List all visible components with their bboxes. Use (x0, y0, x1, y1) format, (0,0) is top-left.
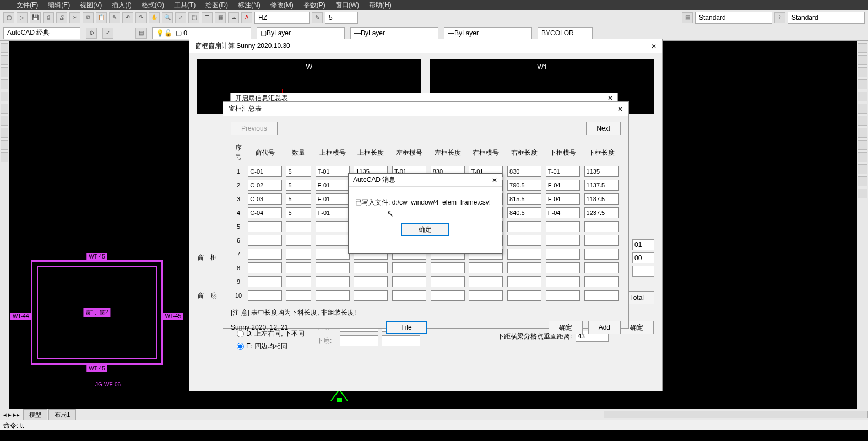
table-cell-input[interactable] (248, 262, 282, 273)
table-cell-input[interactable] (316, 235, 350, 246)
scale-icon[interactable] (858, 79, 867, 89)
bycolor-combo[interactable]: BYCOLOR (538, 27, 593, 39)
add-button[interactable]: Add (588, 321, 621, 334)
new-icon[interactable]: ▢ (3, 12, 14, 23)
table-cell-input[interactable] (546, 262, 580, 273)
message-ok-button[interactable]: 确定 (401, 223, 449, 236)
table-cell-input[interactable] (392, 276, 426, 287)
table-cell-input[interactable] (584, 180, 619, 191)
table-cell-input[interactable] (316, 249, 350, 260)
table-cell-input[interactable] (354, 262, 388, 273)
table-cell-input[interactable] (286, 290, 311, 301)
table-cell-input[interactable] (546, 290, 580, 301)
menu-window[interactable]: 窗口(W) (335, 1, 359, 10)
table-cell-input[interactable] (286, 249, 311, 260)
table-cell-input[interactable] (316, 207, 350, 218)
partial-input3[interactable] (632, 266, 654, 277)
table-cell-input[interactable] (316, 193, 350, 205)
table-cell-input[interactable] (431, 290, 465, 301)
table-cell-input[interactable] (507, 249, 541, 260)
table-cell-input[interactable] (507, 180, 541, 191)
polyline-icon[interactable] (1, 55, 8, 65)
table-cell-input[interactable] (248, 207, 282, 218)
array-icon[interactable] (858, 152, 867, 162)
menu-format[interactable]: 格式(O) (142, 1, 164, 10)
table-cell-input[interactable] (507, 262, 541, 273)
mtext-icon[interactable] (1, 152, 8, 162)
table-cell-input[interactable] (248, 276, 282, 287)
fan-radio-e[interactable]: E: 四边均相同 (237, 342, 305, 351)
table-cell-input[interactable] (507, 207, 541, 218)
table-cell-input[interactable] (431, 276, 465, 287)
menu-view[interactable]: 视图(V) (80, 1, 102, 10)
plot-icon[interactable]: 🖨 (56, 12, 67, 23)
table-cell-input[interactable] (507, 276, 541, 287)
pan-icon[interactable]: ✋ (149, 12, 160, 23)
dimstyle-icon[interactable]: ⟟ (774, 12, 785, 23)
menu-file[interactable]: 文件(F) (17, 1, 38, 10)
table-cell-input[interactable] (546, 276, 580, 287)
close-icon[interactable]: ✕ (617, 105, 623, 113)
table-cell-input[interactable] (507, 290, 541, 301)
tab-model[interactable]: 模型 (23, 409, 47, 421)
table-cell-input[interactable] (546, 221, 580, 232)
table-cell-input[interactable] (584, 249, 619, 260)
table-cell-input[interactable] (546, 193, 580, 205)
table-cell-input[interactable] (286, 276, 311, 287)
sheet-icon[interactable]: ▦ (215, 12, 226, 23)
table-cell-input[interactable] (584, 193, 619, 205)
table-cell-input[interactable] (248, 166, 282, 177)
tab-layout1[interactable]: 布局1 (48, 409, 76, 421)
table-cell-input[interactable] (316, 276, 350, 287)
color-combo[interactable]: ▢ ByLayer (257, 27, 345, 39)
copy-icon[interactable]: ⧉ (83, 12, 94, 23)
table-cell-input[interactable] (286, 180, 311, 191)
rectangle-icon[interactable] (1, 92, 8, 101)
hatch-icon[interactable] (1, 128, 8, 138)
gear-icon[interactable]: ⚙ (86, 28, 97, 39)
table-cell-input[interactable] (286, 166, 311, 177)
ellipse-icon[interactable] (1, 116, 8, 126)
linetype-combo[interactable]: — ByLayer (350, 27, 438, 39)
menu-dimension[interactable]: 标注(N) (238, 1, 261, 10)
table-cell-input[interactable] (392, 290, 426, 301)
table-cell-input[interactable] (584, 276, 619, 287)
previous-button[interactable]: Previous (231, 122, 278, 135)
table-cell-input[interactable] (316, 290, 350, 301)
file-button[interactable]: File (386, 321, 427, 334)
layer-combo[interactable]: 💡 🔓 ▢ 0 (152, 27, 251, 39)
table-cell-input[interactable] (316, 180, 350, 191)
table-cell-input[interactable] (584, 262, 619, 273)
close-icon[interactable]: ✕ (651, 42, 657, 50)
table-cell-input[interactable] (392, 262, 426, 273)
polygon-icon[interactable] (1, 104, 8, 114)
table-cell-input[interactable] (316, 262, 350, 273)
cloud-icon[interactable]: ☁ (228, 12, 239, 23)
erase-icon[interactable] (858, 164, 867, 174)
saveas-icon[interactable]: ⎙ (43, 12, 54, 23)
layer-props-icon[interactable]: ▤ (135, 28, 147, 39)
workspace-combo[interactable]: AutoCAD 经典 (3, 27, 80, 39)
table-cell-input[interactable] (248, 193, 282, 205)
table-cell-input[interactable] (546, 249, 580, 260)
zoom-ext-icon[interactable]: ⤢ (175, 12, 186, 23)
table-cell-input[interactable] (354, 290, 388, 301)
partial-input2[interactable] (632, 252, 654, 263)
stretch-icon[interactable] (858, 189, 867, 198)
table-cell-input[interactable] (248, 235, 282, 246)
zoom-icon[interactable]: 🔍 (162, 12, 173, 23)
menu-insert[interactable]: 插入(I) (112, 1, 131, 10)
textstyle-icon[interactable]: ▤ (682, 12, 693, 23)
table-cell-input[interactable] (469, 262, 503, 273)
fillet-icon[interactable] (858, 140, 867, 150)
table-cell-input[interactable] (584, 207, 619, 218)
menu-tools[interactable]: 工具(T) (174, 1, 196, 10)
rotate-icon[interactable] (858, 67, 867, 77)
table-cell-input[interactable] (248, 221, 282, 232)
zoom-win-icon[interactable]: ⬚ (188, 12, 199, 23)
textstyle-combo[interactable]: HZ (254, 12, 310, 24)
font-icon[interactable]: ✎ (312, 12, 323, 23)
open-icon[interactable]: ▷ (17, 12, 28, 23)
cut-icon[interactable]: ✂ (69, 12, 80, 23)
table-cell-input[interactable] (286, 193, 311, 205)
